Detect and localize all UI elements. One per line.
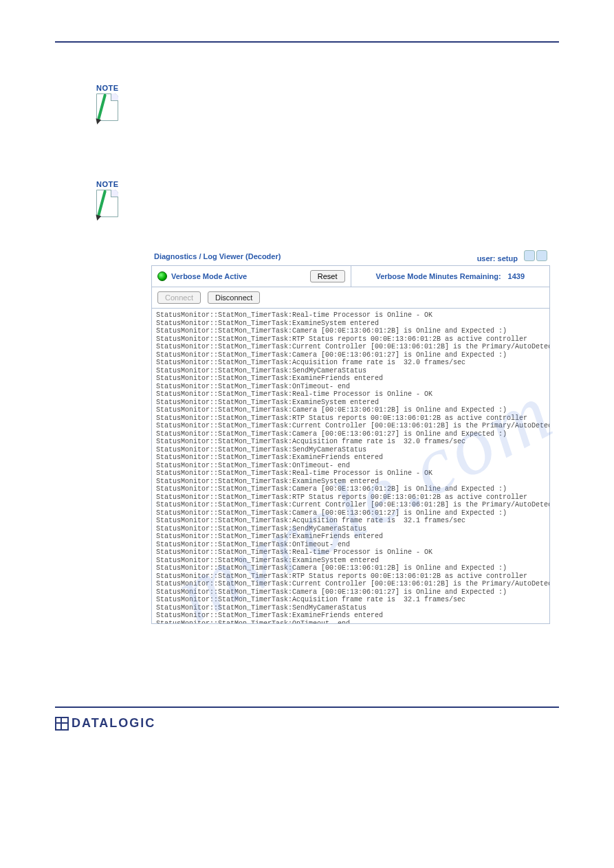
panel-title: Diagnostics / Log Viewer (Decoder) <box>154 252 281 260</box>
footer-brand: DATALOGIC <box>72 716 155 731</box>
connection-row: Connect Disconnect <box>151 287 550 309</box>
note-icon: NOTE <box>96 180 124 214</box>
status-led-icon <box>157 271 167 281</box>
panel-actions <box>524 250 547 261</box>
connect-button[interactable]: Connect <box>157 291 201 304</box>
verbose-active-label: Verbose Mode Active <box>171 272 247 280</box>
footer-rule <box>55 706 559 708</box>
header-rule <box>55 41 559 43</box>
note-label: NOTE <box>96 84 124 92</box>
reset-button[interactable]: Reset <box>310 270 345 282</box>
remaining-label: Verbose Mode Minutes Remaining: <box>375 272 501 280</box>
note-block-2: NOTE <box>96 180 559 221</box>
note-icon: NOTE <box>96 84 124 118</box>
note-block-1: NOTE <box>96 84 559 125</box>
log-output[interactable]: StatusMonitor::StatMon_TimerTask:Real-ti… <box>151 309 550 624</box>
note-label: NOTE <box>96 180 124 188</box>
footer-logo: DATALOGIC <box>55 716 559 731</box>
help-icon[interactable] <box>524 250 535 261</box>
disconnect-button[interactable]: Disconnect <box>208 291 260 304</box>
user-value: setup <box>498 254 518 263</box>
status-row: Verbose Mode Active Reset Verbose Mode M… <box>151 265 550 287</box>
log-viewer-panel: Diagnostics / Log Viewer (Decoder) user:… <box>151 249 550 624</box>
remaining-value: 1439 <box>508 272 525 280</box>
logo-symbol-icon <box>55 717 69 731</box>
user-label: user: <box>477 254 496 263</box>
refresh-icon[interactable] <box>536 250 547 261</box>
